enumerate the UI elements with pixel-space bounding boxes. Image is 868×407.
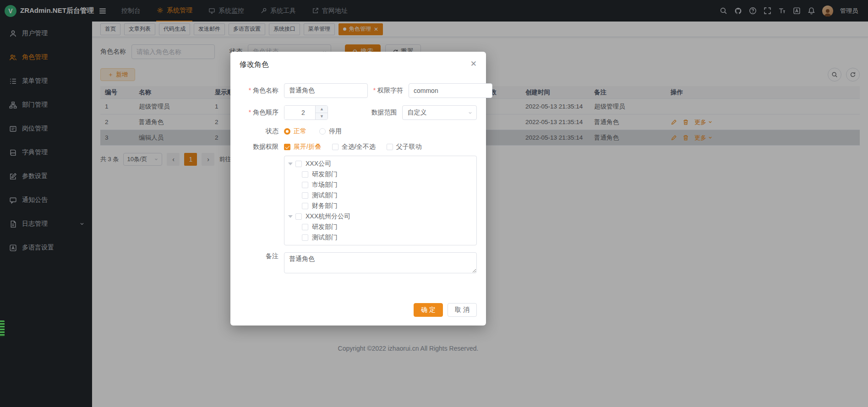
tree-node-label: 财务部门	[312, 202, 338, 210]
tree-checkbox[interactable]	[302, 182, 308, 188]
checkbox-label: 父子联动	[396, 143, 422, 151]
tree-checkbox[interactable]	[295, 161, 302, 167]
data-scope-value: 自定义	[407, 109, 426, 117]
tree-node-child[interactable]: 测试部门	[284, 232, 476, 243]
role-name-input[interactable]	[284, 83, 368, 98]
tree-checkbox[interactable]	[302, 192, 308, 199]
role-name-label: 角色名称	[240, 87, 284, 95]
tree-checkbox[interactable]	[302, 171, 308, 178]
checkbox-label: 全选/全不选	[342, 143, 376, 151]
checkbox-label: 展开/折叠	[294, 143, 321, 151]
role-key-input[interactable]	[409, 83, 492, 98]
data-scope-select[interactable]: 自定义	[402, 105, 477, 120]
edit-role-dialog: 修改角色 ✕ 角色名称 权限字符 角色顺序 ▲ ▼ 数据范围	[230, 52, 486, 326]
cancel-button[interactable]: 取 消	[448, 303, 477, 317]
tree-node-label: XXX杭州分公司	[306, 212, 350, 221]
tree-node-label: 研发部门	[312, 170, 338, 179]
stepper-up-button[interactable]: ▲	[316, 106, 328, 113]
tree-node-label: 测试部门	[312, 233, 338, 242]
radio-status-disabled[interactable]: 停用	[319, 127, 342, 136]
stepper-down-button[interactable]: ▼	[316, 113, 328, 120]
checkbox-parent-child[interactable]: 父子联动	[387, 143, 422, 151]
checkbox-select-all[interactable]: 全选/全不选	[332, 143, 376, 151]
role-key-label: 权限字符	[368, 87, 409, 95]
tree-node-child[interactable]: 研发部门	[284, 222, 476, 232]
tree-node-label: XXX公司	[306, 160, 331, 168]
tree-node-parent[interactable]: XXX杭州分公司	[284, 211, 476, 222]
radio-label: 停用	[329, 127, 342, 136]
tree-node-parent[interactable]: XXX公司	[284, 158, 476, 169]
checkbox-expand-collapse[interactable]: 展开/折叠	[284, 143, 321, 151]
radio-icon	[284, 128, 290, 135]
tree-node-child[interactable]: 市场部门	[284, 179, 476, 190]
close-icon[interactable]: ✕	[470, 60, 477, 68]
permission-tree: XXX公司 研发部门 市场部门 测试部门	[284, 156, 477, 245]
radio-icon	[319, 128, 326, 135]
dialog-body: 角色名称 权限字符 角色顺序 ▲ ▼ 数据范围 自定义	[240, 83, 477, 273]
checkbox-icon	[284, 144, 290, 150]
tree-node-label: 研发部门	[312, 223, 338, 231]
checkbox-icon	[387, 144, 393, 150]
tree-checkbox[interactable]	[302, 234, 308, 241]
caret-down-icon[interactable]	[288, 163, 293, 165]
tree-checkbox[interactable]	[295, 213, 302, 220]
tree-node-child[interactable]: 研发部门	[284, 169, 476, 179]
bottom-left-widget	[0, 320, 5, 337]
radio-label: 正常	[294, 127, 306, 136]
tree-node-label: 测试部门	[312, 191, 338, 200]
app-root: V ZRAdmin.NET后台管理 控制台 系统管理 系统监控 系统工具	[0, 0, 868, 407]
dialog-title: 修改角色	[240, 60, 477, 70]
radio-status-normal[interactable]: 正常	[284, 127, 306, 136]
caret-down-icon[interactable]	[288, 215, 293, 218]
chevron-down-icon	[468, 110, 473, 115]
checkbox-icon	[332, 144, 338, 150]
tree-node-child[interactable]: 测试部门	[284, 190, 476, 201]
data-scope-label: 数据范围	[328, 109, 402, 117]
confirm-button[interactable]: 确 定	[414, 303, 443, 317]
data-permission-label: 数据权限	[240, 143, 284, 151]
tree-node-child[interactable]: 财务部门	[284, 201, 476, 211]
tree-checkbox[interactable]	[302, 224, 308, 230]
role-order-label: 角色顺序	[240, 109, 284, 117]
tree-node-label: 市场部门	[312, 181, 338, 189]
tree-checkbox[interactable]	[302, 203, 308, 209]
role-order-stepper: ▲ ▼	[284, 105, 328, 120]
dialog-footer: 确 定 取 消	[414, 303, 477, 317]
remark-label: 备注	[240, 252, 284, 260]
remark-textarea[interactable]: 普通角色	[284, 252, 477, 273]
status-label: 状态	[240, 127, 284, 136]
